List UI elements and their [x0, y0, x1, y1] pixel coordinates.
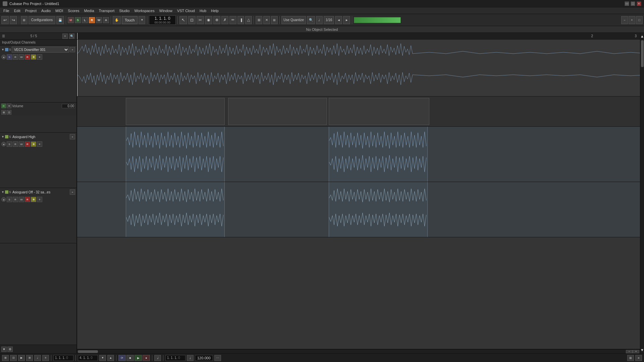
grid-btn[interactable]: ⊞: [271, 16, 278, 24]
track-3-expand[interactable]: ▼: [1, 190, 4, 194]
track-1-more[interactable]: »: [70, 47, 75, 52]
play-button[interactable]: ▶: [135, 355, 142, 361]
track-1-mute[interactable]: ●: [1, 55, 6, 59]
mode-w-button[interactable]: W: [96, 17, 102, 23]
quantize-prev[interactable]: ◄: [335, 16, 342, 24]
track-1-write[interactable]: W: [19, 54, 24, 60]
configurations-btn[interactable]: ⊞: [21, 16, 28, 24]
stop-button[interactable]: ■: [126, 355, 134, 361]
vel-tool[interactable]: ▐: [237, 16, 244, 24]
track-2-solo[interactable]: S: [7, 141, 12, 147]
bottom-icon-6[interactable]: ≡: [42, 355, 49, 361]
track-list-gear[interactable]: ⚙: [7, 347, 13, 352]
audio-clip-2b[interactable]: [329, 127, 428, 182]
tempo-icon[interactable]: ♩: [187, 355, 194, 361]
content-track-1[interactable]: [77, 40, 640, 97]
menu-audio[interactable]: Audio: [39, 8, 53, 13]
redo-button[interactable]: ↪: [10, 16, 17, 24]
auto-icon-2[interactable]: ⊡: [7, 110, 11, 115]
bottom-icon-4[interactable]: ⊞: [26, 355, 33, 361]
mute-tool[interactable]: ✗: [221, 16, 228, 24]
quantize-next[interactable]: ►: [343, 16, 350, 24]
h-scroll-thumb[interactable]: [78, 350, 98, 353]
maximize-button[interactable]: □: [631, 1, 635, 6]
search-icon[interactable]: 🔍: [307, 16, 315, 24]
v-scrollbar[interactable]: ▲ ▼: [640, 33, 644, 353]
track-2-record[interactable]: R: [25, 141, 30, 147]
menu-help[interactable]: Help: [209, 8, 221, 13]
content-auto-track[interactable]: [77, 97, 640, 127]
quantize-value[interactable]: 1/16: [324, 16, 334, 24]
menu-studio[interactable]: Studio: [117, 8, 131, 13]
menu-scores[interactable]: Scores: [66, 8, 81, 13]
track-list-settings[interactable]: ▼: [1, 347, 7, 352]
search-track-button[interactable]: 🔍: [69, 34, 74, 39]
track-3-record[interactable]: R: [25, 197, 30, 202]
save-btn[interactable]: 💾: [56, 16, 64, 24]
quantize-label[interactable]: Use Quantize: [281, 16, 306, 24]
v-scroll-up[interactable]: ▲: [640, 33, 644, 40]
touch-dropdown[interactable]: ▼: [139, 16, 145, 24]
menu-media[interactable]: Media: [82, 8, 96, 13]
menu-vstcloud[interactable]: VST Cloud: [175, 8, 197, 13]
mode-l-button[interactable]: L: [82, 17, 88, 23]
track-3-solo[interactable]: S: [7, 197, 12, 202]
v-scroll-thumb[interactable]: [641, 40, 644, 67]
menu-midi[interactable]: MIDI: [53, 8, 65, 13]
track-1-record[interactable]: R: [25, 54, 30, 60]
track-3-read[interactable]: R: [13, 197, 18, 202]
track-2-freeze[interactable]: ❄: [31, 141, 36, 147]
quantize-note[interactable]: ♩: [316, 16, 323, 24]
menu-project[interactable]: Project: [23, 8, 39, 13]
bottom-nav-1[interactable]: ▼: [99, 355, 106, 361]
range-tool[interactable]: ⊡: [188, 16, 196, 24]
zoom-h-minus[interactable]: −: [621, 16, 628, 24]
track-3-more[interactable]: »: [70, 189, 75, 195]
pencil-tool[interactable]: ✏: [229, 16, 236, 24]
auto-icon-1[interactable]: ⊞: [1, 110, 6, 115]
menu-window[interactable]: Window: [157, 8, 174, 13]
track-1-read[interactable]: R: [13, 54, 18, 60]
menu-edit[interactable]: Edit: [12, 8, 22, 13]
auto-r-btn[interactable]: R: [1, 104, 6, 108]
track-2-expand[interactable]: ▼: [1, 135, 4, 138]
zoom-in-h[interactable]: +: [633, 350, 639, 353]
split-tool[interactable]: ✂: [197, 16, 204, 24]
menu-hub[interactable]: Hub: [198, 8, 208, 13]
bottom-right-1[interactable]: ⊞: [627, 355, 634, 361]
audio-clip-3a[interactable]: [126, 182, 225, 237]
zoom-full[interactable]: □: [636, 16, 643, 24]
menu-transport[interactable]: Transport: [97, 8, 117, 13]
select-tool[interactable]: ↖: [179, 16, 187, 24]
v-scroll-track[interactable]: [640, 40, 644, 347]
touch-mode-display[interactable]: Touch: [122, 16, 138, 24]
zoom-tool[interactable]: ⊕: [213, 16, 220, 24]
mode-m-button[interactable]: M: [68, 17, 74, 23]
cycle-button[interactable]: ⟳: [118, 355, 126, 361]
track-2-write[interactable]: W: [19, 141, 24, 147]
bottom-right-2[interactable]: ≡: [635, 355, 642, 361]
xray-btn[interactable]: ✕: [263, 16, 270, 24]
track-3-write[interactable]: W: [19, 197, 24, 202]
track-1-name-select[interactable]: VECS Downlifter 001: [12, 47, 69, 53]
configurations-label[interactable]: Configurations: [29, 16, 55, 24]
auto-clip-3[interactable]: [329, 98, 429, 125]
zoom-out-h[interactable]: −: [626, 350, 633, 353]
erase-tool[interactable]: △: [245, 16, 252, 24]
record-button[interactable]: ●: [143, 355, 150, 361]
timeline-ruler[interactable]: 2 3: [77, 33, 640, 40]
undo-button[interactable]: ↩: [1, 16, 9, 24]
audio-clip-2a[interactable]: [126, 127, 225, 182]
menu-workspaces[interactable]: Workspaces: [132, 8, 156, 13]
bottom-icon-3[interactable]: ▶: [18, 355, 25, 361]
track-1-channel[interactable]: ≡: [37, 54, 42, 60]
audio-clip-3b[interactable]: [329, 182, 428, 237]
bottom-nav-2[interactable]: ▲: [107, 355, 114, 361]
auto-clip-2[interactable]: [228, 98, 327, 125]
content-track-2[interactable]: [77, 127, 640, 182]
bottom-icon-1[interactable]: ⊞: [2, 355, 9, 361]
touch-icon[interactable]: ✋: [113, 16, 121, 24]
h-scrollbar[interactable]: − +: [77, 349, 640, 353]
mode-r-button[interactable]: R: [89, 17, 95, 23]
glue-tool[interactable]: ◉: [205, 16, 212, 24]
